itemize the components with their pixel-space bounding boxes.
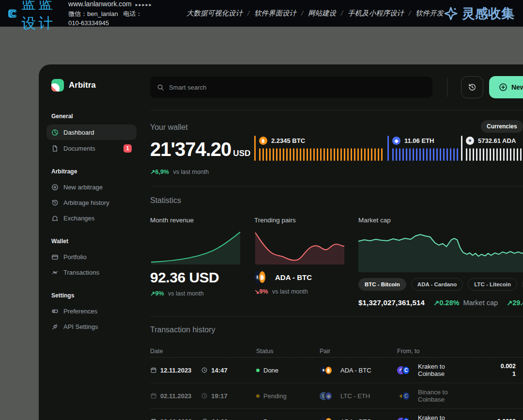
- inspiration-label: 灵感收集: [462, 5, 514, 22]
- trending-pair[interactable]: ✳ ฿ ADA - BTC: [254, 270, 345, 284]
- sidebar-item-preferences[interactable]: Preferences: [46, 304, 137, 318]
- pill-ada-cardano[interactable]: ADA - Cardano: [411, 278, 463, 291]
- wallet-view-toggle: Currencies Exchanges: [481, 120, 523, 133]
- currencies-toggle[interactable]: Currencies: [481, 120, 523, 133]
- app-name: Arbitra: [69, 80, 96, 90]
- statistics-title: Statistics: [150, 196, 523, 205]
- clock-icon: [201, 367, 208, 373]
- sidebar-item-arbitrage-history[interactable]: Arbitrage history: [46, 195, 137, 210]
- topbar: New arbitrage: [150, 76, 523, 98]
- lanlan-logo-text: 蓝蓝设计: [21, 0, 56, 33]
- col-pair: Pair: [320, 348, 397, 355]
- tx-status: Done: [256, 418, 320, 420]
- lanlan-logo-icon: [8, 4, 17, 23]
- plus-circle-icon: [51, 184, 59, 191]
- holding-eth[interactable]: ◆11.06 ETH: [387, 136, 461, 175]
- tx-date: 12.11.2023 14:47: [150, 367, 256, 374]
- balance-currency: USD: [233, 149, 250, 158]
- month-revenue-value: 92.36 USD: [150, 269, 241, 286]
- banner-arrows: ▸▸▸▸▸: [136, 2, 153, 7]
- table-row[interactable]: 02.11.2023 19:17 Pending Ł ◆ LTC - ETH ◆…: [150, 383, 523, 409]
- pie-chart-icon: [51, 129, 59, 136]
- tx-date: 02.11.2023 19:17: [150, 392, 256, 400]
- trending-pairs-title: Trending pairs: [254, 217, 345, 224]
- table-row[interactable]: 29.10.2023 04:23 Done ✳ ฿ ADA - BTC C Kr…: [150, 409, 523, 420]
- sidebar-item-transactions[interactable]: Transactions: [46, 265, 137, 280]
- sidebar-item-portfolio[interactable]: Portfolio: [46, 249, 137, 264]
- sidebar-item-label: Dashboard: [63, 129, 94, 136]
- bitcoin-icon: ฿: [324, 417, 333, 420]
- bitcoin-icon: ฿: [324, 366, 333, 375]
- sidebar-item-label: Arbitrage history: [63, 199, 109, 206]
- history-button[interactable]: [461, 76, 483, 98]
- wallet-change-value: ↗6,9%: [150, 169, 169, 175]
- market-cap-chart: [358, 231, 523, 272]
- coin-pills: BTC - Bitcoin ADA - Cardano LTC - Liteco…: [358, 278, 523, 291]
- banner-url[interactable]: www.lanlanwork.com: [68, 0, 132, 8]
- pill-btc-bitcoin[interactable]: BTC - Bitcoin: [358, 278, 406, 291]
- inspiration-link[interactable]: 灵感收集: [444, 5, 514, 22]
- new-arbitrage-label: New arbitrage: [511, 83, 523, 91]
- tx-route: ◆ C Binance to Coinbase: [397, 389, 470, 403]
- calendar-icon: [150, 367, 157, 373]
- calendar-icon: [150, 418, 157, 420]
- transaction-history-title: Transaction history: [150, 326, 523, 334]
- holding-label: 11.06 ETH: [404, 137, 434, 144]
- plus-circle-icon: [499, 83, 508, 92]
- sidebar-item-documents[interactable]: Documents 1: [46, 141, 137, 156]
- tx-date: 29.10.2023 04:23: [150, 418, 256, 420]
- search-icon: [157, 84, 164, 91]
- search-input[interactable]: [169, 84, 426, 91]
- arbitra-dashboard-window: Arbitra General Dashboard Documents 1 Ar…: [39, 64, 523, 420]
- tx-pair: ✳ ฿ ADA - BTC: [320, 417, 397, 420]
- new-arbitrage-button[interactable]: New arbitrage: [489, 76, 523, 98]
- sidebar-item-exchanges[interactable]: Exchanges: [46, 211, 137, 225]
- holding-label: 2.2345 BTC: [271, 137, 305, 144]
- arch-icon: [51, 215, 59, 222]
- col-status: Status: [256, 348, 320, 355]
- trending-pair-label: ADA - BTC: [275, 273, 312, 281]
- app-logo[interactable]: Arbitra: [51, 79, 132, 92]
- tx-route: C Kraken to Coinbase: [397, 414, 470, 420]
- wallet-balance: 21'374.20USD ↗6,9% vs last month: [150, 139, 254, 175]
- sidebar-item-api-settings[interactable]: API Settings: [46, 319, 137, 334]
- bitcoin-icon: ฿: [258, 270, 266, 284]
- month-revenue-chart: [150, 231, 241, 264]
- sidebar-item-dashboard[interactable]: Dashboard: [46, 124, 137, 140]
- holding-ada[interactable]: ✳5732.61 ADA: [461, 136, 523, 175]
- clock-rewind-icon: [468, 83, 477, 92]
- clock-icon: [201, 418, 208, 420]
- holding-btc[interactable]: ฿2.2345 BTC: [254, 136, 387, 175]
- tx-route: C Kraken to Coinbase: [397, 363, 470, 377]
- table-row[interactable]: 12.11.2023 14:47 Done ✳ ฿ ADA - BTC C Kr…: [150, 358, 523, 383]
- eth-allocation-bars: [392, 148, 461, 161]
- statistics-section: Statistics Month revenue 92.36 USD ↗9% v…: [150, 187, 523, 317]
- clock-rewind-icon: [51, 199, 59, 206]
- col-from-to: From, to: [397, 348, 470, 355]
- pill-ltc-litecoin[interactable]: LTC - Litecoin: [468, 278, 517, 291]
- documents-badge: 1: [123, 144, 132, 153]
- status-dot: [256, 394, 260, 398]
- clock-icon: [201, 392, 208, 399]
- sidebar-item-label: Portfolio: [63, 253, 87, 261]
- tx-pair: Ł ◆ LTC - ETH: [320, 391, 397, 401]
- sidebar-item-label: Exchanges: [63, 215, 94, 222]
- search-box[interactable]: [150, 77, 432, 98]
- cardano-icon: ✳: [466, 137, 474, 145]
- month-revenue-card: Month revenue 92.36 USD ↗9% vs last mont…: [150, 217, 241, 307]
- ethereum-icon: ◆: [392, 137, 400, 145]
- wallet-holdings: ฿2.2345 BTC ◆11.06 ETH ✳5732.61 ADA: [254, 136, 523, 175]
- sidebar-section-general: General: [51, 113, 132, 120]
- bitcoin-icon: ฿: [259, 137, 267, 145]
- wallet-title: Your wallet: [150, 123, 523, 132]
- coinbase-icon: C: [402, 417, 410, 420]
- sidebar-item-new-arbitrage[interactable]: New arbitrage: [46, 180, 137, 194]
- market-cap-value: $1,327,027,361,514: [358, 298, 425, 307]
- sidebar-item-label: New arbitrage: [63, 184, 103, 191]
- tx-status: Done: [256, 367, 320, 374]
- trending-pairs-chart: [254, 231, 345, 264]
- banner-services: 大数据可视化设计/软件界面设计/网站建设/手机及小程序设计/软件开发: [186, 9, 444, 18]
- tx-amount: 0.002 1: [470, 362, 516, 378]
- balance-value: 21'374.20: [150, 139, 231, 160]
- tx-status: Pending: [256, 392, 320, 400]
